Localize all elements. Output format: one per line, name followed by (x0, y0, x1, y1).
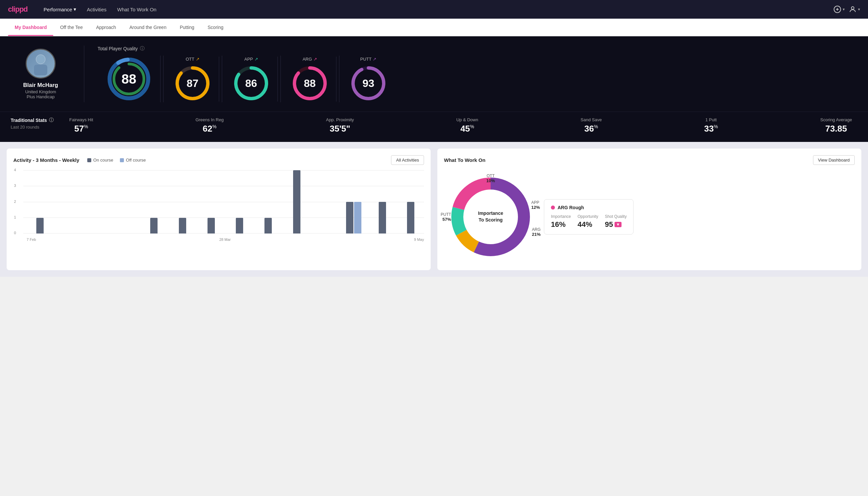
chevron-down-icon: ▾ (74, 6, 76, 12)
arg-importance-value: 16% (551, 220, 571, 229)
help-icon[interactable]: ⓘ (140, 46, 145, 52)
bar-on-course-4 (150, 218, 158, 234)
arrow-up-icon: ↗ (196, 57, 200, 62)
user-menu-button[interactable]: ▾ (849, 5, 860, 13)
trad-stats-label: Traditional Stats ⓘ Last 20 rounds (11, 117, 64, 129)
view-dashboard-button[interactable]: View Dashboard (813, 155, 855, 165)
arg-metric-importance: Importance 16% (551, 214, 571, 229)
what-to-work-on-panel: What To Work On View Dashboard (437, 149, 861, 270)
bar-on-course-7 (236, 218, 243, 234)
arg-shot-quality-value: 95 ▼ (605, 220, 627, 229)
nav-what-to-work-on[interactable]: What To Work On (117, 6, 157, 12)
player-profile: Blair McHarg United Kingdom Plus Handica… (11, 49, 70, 99)
on-course-legend-dot (87, 158, 91, 162)
activity-chart-panel: Activity - 3 Months - Weekly On course O… (7, 149, 431, 270)
bar-group-6 (198, 218, 224, 234)
arg-metric-shot-quality: Shot Quality 95 ▼ (605, 214, 627, 229)
bar-group-9 (283, 170, 310, 233)
activity-chart-title: Activity - 3 Months - Weekly (13, 157, 79, 163)
player-handicap: Plus Handicap (27, 94, 54, 99)
bar-on-course-9 (293, 170, 300, 233)
nav-activities[interactable]: Activities (87, 6, 107, 12)
bar-off-course-11 (354, 202, 361, 233)
ott-donut-label: OTT 10% (486, 173, 495, 183)
putt-ring: PUTT ↗ 93 (342, 57, 395, 102)
main-score-value: 88 (122, 72, 137, 87)
arrow-up-icon: ↗ (254, 57, 258, 62)
svg-point-3 (851, 7, 854, 9)
tab-off-the-tee[interactable]: Off the Tee (53, 19, 89, 36)
bar-on-course-0 (36, 218, 44, 234)
bar-on-course-12 (379, 202, 386, 233)
donut-center-text: Importance To Scoring (478, 210, 503, 223)
bar-group-7 (226, 218, 253, 234)
arg-metrics: Importance 16% Opportunity 44% Shot Qual… (551, 214, 627, 229)
tab-my-dashboard[interactable]: My Dashboard (8, 19, 53, 36)
help-icon[interactable]: ⓘ (49, 117, 53, 123)
arg-metric-opportunity: Opportunity 44% (578, 214, 598, 229)
stat-greens-in-reg: Greens In Reg 62% (190, 117, 229, 134)
down-arrow-badge: ▼ (615, 222, 622, 227)
bar-on-course-8 (265, 218, 272, 234)
donut-chart: Importance To Scoring PUTT 57% OTT 10% (444, 170, 537, 263)
tab-putting[interactable]: Putting (173, 19, 201, 36)
tab-around-the-green[interactable]: Around the Green (123, 19, 173, 36)
x-label-may: 9 May (414, 237, 424, 242)
ott-label: OTT ↗ (186, 57, 200, 62)
arg-opportunity-value: 44% (578, 220, 598, 229)
player-name: Blair McHarg (23, 82, 58, 89)
bar-chart-area: 4 3 2 1 0 7 Feb 28 Mar 9 May (13, 170, 424, 244)
player-country: United Kingdom (25, 89, 56, 94)
nav-performance[interactable]: Performance ▾ (44, 6, 76, 12)
stat-1-putt: 1 Putt 33% (699, 117, 723, 134)
logo[interactable]: clippd (8, 5, 28, 14)
legend-off-course: Off course (120, 158, 146, 162)
traditional-stats: Traditional Stats ⓘ Last 20 rounds Fairw… (0, 112, 868, 142)
main-score-ring: 88 (98, 56, 160, 102)
what-to-work-on-title: What To Work On (444, 157, 485, 163)
chevron-down-icon: ▾ (858, 7, 860, 12)
app-donut-label: APP 12% (531, 200, 540, 210)
bar-group-0 (27, 218, 53, 234)
bar-on-course-13 (407, 202, 414, 233)
donut-panel: Importance To Scoring PUTT 57% OTT 10% (444, 170, 855, 263)
all-activities-button[interactable]: All Activities (391, 155, 424, 165)
add-button[interactable]: ▾ (833, 5, 845, 13)
bars-container (27, 170, 424, 233)
off-course-legend-dot (120, 158, 124, 162)
what-to-work-on-header: What To Work On View Dashboard (444, 155, 855, 165)
bar-group-11 (341, 202, 367, 233)
chevron-down-icon: ▾ (843, 7, 845, 12)
bar-on-course-6 (207, 218, 215, 234)
tab-approach[interactable]: Approach (89, 19, 123, 36)
dashboard-hero: Blair McHarg United Kingdom Plus Handica… (0, 36, 868, 112)
activity-chart-header: Activity - 3 Months - Weekly On course O… (13, 155, 424, 165)
putt-donut-label: PUTT 57% (441, 212, 451, 222)
putt-score-value: 93 (362, 77, 374, 89)
stat-sand-save: Sand Save 36% (575, 117, 607, 134)
bar-group-8 (255, 218, 282, 234)
chart-legend: On course Off course (87, 158, 146, 162)
x-label-mar: 28 Mar (219, 237, 231, 242)
bar-on-course-5 (179, 218, 186, 234)
ott-ring: OTT ↗ 87 (166, 57, 219, 102)
arg-donut-label: ARG 21% (532, 227, 541, 237)
ott-score-value: 87 (187, 77, 199, 89)
x-label-feb: 7 Feb (27, 237, 36, 242)
top-nav: clippd Performance ▾ Activities What To … (0, 0, 868, 19)
arg-label: ARG ↗ (302, 57, 317, 62)
bar-group-5 (169, 218, 196, 234)
arrow-up-icon: ↗ (313, 57, 317, 62)
stat-fairways-hit: Fairways Hit 57% (64, 117, 99, 134)
bar-on-course-11 (346, 202, 353, 233)
tab-bar: My Dashboard Off the Tee Approach Around… (0, 19, 868, 36)
tab-scoring[interactable]: Scoring (201, 19, 230, 36)
arg-dot (551, 205, 555, 210)
legend-on-course: On course (87, 158, 113, 162)
app-score-value: 86 (245, 77, 257, 89)
arg-card-header: ARG Rough (551, 205, 627, 210)
arg-ring: ARG ↗ 88 (283, 57, 336, 102)
trad-stats-grid: Fairways Hit 57% Greens In Reg 62% App. … (64, 117, 857, 134)
tpq-label: Total Player Quality ⓘ (98, 46, 857, 52)
nav-right: ▾ ▾ (833, 5, 860, 13)
